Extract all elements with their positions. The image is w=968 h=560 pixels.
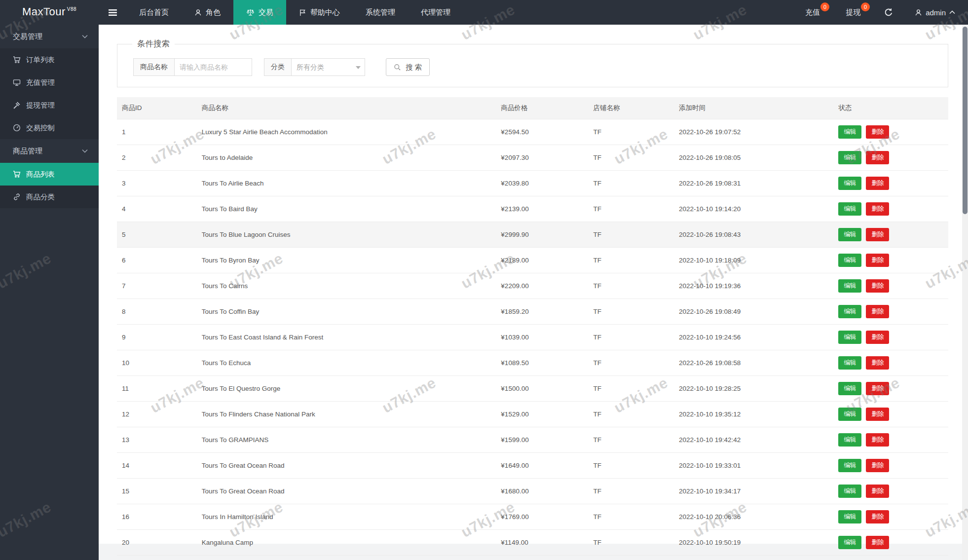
sidebar-item-product-category[interactable]: 商品分类 <box>0 186 99 208</box>
category-select[interactable]: 所有分类 <box>291 58 365 76</box>
sidebar-item-label: 交易控制 <box>26 123 55 133</box>
cell-product-id: 4 <box>117 196 197 222</box>
edit-button[interactable]: 编辑 <box>838 202 861 216</box>
edit-button[interactable]: 编辑 <box>838 228 861 241</box>
sidebar-item-product-list[interactable]: 商品列表 <box>0 163 99 186</box>
recharge-badge: 0 <box>820 2 829 11</box>
cell-added-time: 2022-10-26 19:08:43 <box>674 222 834 248</box>
edit-button[interactable]: 编辑 <box>838 331 861 344</box>
cell-product-name: Tours To Flinders Chase National Park <box>197 402 496 427</box>
cart-icon <box>13 170 21 178</box>
edit-button[interactable]: 编辑 <box>838 254 861 267</box>
delete-button[interactable]: 删除 <box>866 125 889 139</box>
sidebar-item-trade-control[interactable]: 交易控制 <box>0 116 99 139</box>
nav-item-dashboard[interactable]: 后台首页 <box>126 0 182 25</box>
edit-button[interactable]: 编辑 <box>838 279 861 293</box>
cell-product-id: 9 <box>117 325 197 350</box>
cell-shop: TF <box>588 325 674 350</box>
sidebar-item-label: 充值管理 <box>26 78 55 87</box>
delete-button[interactable]: 删除 <box>866 151 889 164</box>
cell-product-name: Tours To Blue Lagoon Cruises <box>197 222 496 248</box>
cell-added-time: 2022-10-10 19:34:17 <box>674 479 834 504</box>
scrollbar[interactable] <box>962 25 968 560</box>
edit-button[interactable]: 编辑 <box>838 305 861 318</box>
nav-item-agent[interactable]: 代理管理 <box>408 0 463 25</box>
sidebar-item-order-list[interactable]: 订单列表 <box>0 48 99 71</box>
user-icon <box>194 9 202 16</box>
edit-button[interactable]: 编辑 <box>838 125 861 139</box>
cell-product-id: 11 <box>117 376 197 402</box>
cell-added-time: 2022-10-10 19:24:56 <box>674 325 834 350</box>
recharge-nav-button[interactable]: 充值 0 <box>792 0 833 25</box>
edit-button[interactable]: 编辑 <box>838 356 861 370</box>
cell-price: ¥2039.80 <box>496 171 588 196</box>
edit-button[interactable]: 编辑 <box>838 151 861 164</box>
edit-button[interactable]: 编辑 <box>838 485 861 498</box>
cell-product-id: 12 <box>117 402 197 427</box>
edit-button[interactable]: 编辑 <box>838 510 861 523</box>
cell-price: ¥2594.50 <box>496 119 588 145</box>
edit-button[interactable]: 编辑 <box>838 433 861 447</box>
delete-button[interactable]: 删除 <box>866 510 889 523</box>
nav-item-help-center[interactable]: 帮助中心 <box>286 0 353 25</box>
edit-button[interactable]: 编辑 <box>838 177 861 190</box>
sidebar-item-recharge-management[interactable]: 充值管理 <box>0 71 99 94</box>
cell-added-time: 2022-10-26 19:08:49 <box>674 299 834 325</box>
cell-product-id: 16 <box>117 504 197 530</box>
cell-shop: TF <box>588 171 674 196</box>
cell-product-name: Tours To Great Ocean Road <box>197 453 496 479</box>
nav-item-roles[interactable]: 角色 <box>182 0 233 25</box>
search-fieldset: 条件搜索 商品名称 分类 所有分类 搜 索 <box>117 38 948 87</box>
cell-actions: 编辑删除 <box>833 504 948 530</box>
sidebar-group-trade-management[interactable]: 交易管理 <box>0 25 99 48</box>
search-icon <box>394 64 401 71</box>
table-row: 2Tours to Adelaide¥2097.30TF2022-10-26 1… <box>117 145 948 171</box>
delete-button[interactable]: 删除 <box>866 331 889 344</box>
product-name-input[interactable] <box>174 58 252 76</box>
delete-button[interactable]: 删除 <box>866 356 889 370</box>
edit-button[interactable]: 编辑 <box>838 382 861 395</box>
cell-product-id: 5 <box>117 222 197 248</box>
cell-product-name: Luxury 5 Star Airlie Beach Accommodation <box>197 119 496 145</box>
delete-button[interactable]: 删除 <box>866 228 889 241</box>
delete-button[interactable]: 删除 <box>866 536 889 549</box>
main-content: 条件搜索 商品名称 分类 所有分类 搜 索 <box>99 25 962 544</box>
delete-button[interactable]: 删除 <box>866 305 889 318</box>
edit-button[interactable]: 编辑 <box>838 408 861 421</box>
search-button[interactable]: 搜 索 <box>386 58 430 76</box>
delete-button[interactable]: 删除 <box>866 254 889 267</box>
top-navbar: MaxTourV88 后台首页 角色 交易 帮助中心 系统管理 代理管理 <box>0 0 968 25</box>
delete-button[interactable]: 删除 <box>866 202 889 216</box>
group-label: 交易管理 <box>13 32 42 41</box>
withdraw-nav-button[interactable]: 提现 0 <box>833 0 873 25</box>
cell-shop: TF <box>588 248 674 273</box>
delete-button[interactable]: 删除 <box>866 459 889 472</box>
delete-button[interactable]: 删除 <box>866 433 889 447</box>
cell-price: ¥2139.00 <box>496 196 588 222</box>
edit-button[interactable]: 编辑 <box>838 459 861 472</box>
sidebar-toggle-button[interactable] <box>99 0 126 25</box>
refresh-icon <box>884 8 893 17</box>
delete-button[interactable]: 删除 <box>866 485 889 498</box>
nav-item-system[interactable]: 系统管理 <box>353 0 408 25</box>
scale-icon <box>246 8 255 16</box>
delete-button[interactable]: 删除 <box>866 279 889 293</box>
edit-button[interactable]: 编辑 <box>838 536 861 549</box>
scrollbar-thumb[interactable] <box>963 27 968 214</box>
cell-price: ¥2097.30 <box>496 145 588 171</box>
delete-button[interactable]: 删除 <box>866 177 889 190</box>
sidebar-item-withdraw-management[interactable]: 提现管理 <box>0 94 99 116</box>
delete-button[interactable]: 删除 <box>866 408 889 421</box>
admin-menu[interactable]: admin <box>904 0 968 25</box>
user-icon <box>915 9 922 16</box>
cell-actions: 编辑删除 <box>833 402 948 427</box>
cell-actions: 编辑删除 <box>833 479 948 504</box>
cell-added-time: 2022-10-10 19:42:19 <box>674 556 834 560</box>
cell-product-name: Tours To Cairns <box>197 273 496 299</box>
delete-button[interactable]: 删除 <box>866 382 889 395</box>
sidebar-group-product-management[interactable]: 商品管理 <box>0 139 99 163</box>
refresh-button[interactable] <box>873 0 904 25</box>
nav-item-trade[interactable]: 交易 <box>233 0 286 25</box>
cell-shop: TF <box>588 273 674 299</box>
cell-price: ¥1859.20 <box>496 299 588 325</box>
